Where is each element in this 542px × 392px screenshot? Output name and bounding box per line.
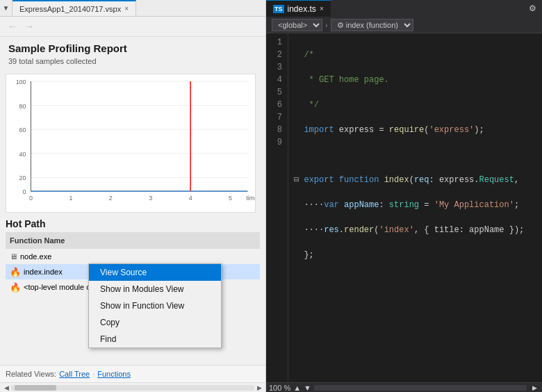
zoom-down-btn[interactable]: ▼ (304, 384, 311, 392)
zoom-label: 100 % (269, 384, 290, 392)
row-label-node: node.exe (20, 252, 51, 261)
svg-text:80: 80 (19, 103, 26, 110)
svg-text:3: 3 (149, 195, 152, 202)
row-label-index: index.index (24, 268, 63, 276)
left-bottom-scroll: ◀ ▶ (0, 382, 265, 392)
code-editor: 1 2 3 4 5 6 7 8 9 /* * GET home page. */… (266, 33, 542, 382)
forward-button[interactable]: → (22, 19, 36, 33)
context-menu-item-view-source[interactable]: View Source (89, 264, 221, 281)
breadcrumb-bar: <global> › ⚙ index (function) (266, 17, 542, 33)
svg-text:20: 20 (19, 174, 26, 181)
column-header-function-name: Function Name (10, 236, 65, 245)
report-title: Sample Profiling Report (0, 37, 265, 56)
left-tab-vspx[interactable]: ExpressApp1_20140717.vspx × (13, 0, 136, 16)
zoom-up-btn[interactable]: ▲ (293, 384, 301, 392)
left-tab-label: ExpressApp1_20140717.vspx (19, 5, 121, 13)
related-views-sep: · (92, 370, 95, 378)
right-tab-bar: TS index.ts × ⚙ (266, 0, 542, 17)
svg-text:0: 0 (23, 188, 26, 195)
flame-icon: 🔥 (10, 282, 21, 293)
chart-container: 100 80 60 40 20 0 0 1 2 3 4 5 time (6, 74, 256, 213)
line-numbers: 1 2 3 4 5 6 7 8 9 (266, 33, 288, 382)
back-button[interactable]: ← (6, 19, 19, 33)
scroll-thumb[interactable] (15, 385, 56, 391)
hot-path-title: Hot Path (6, 218, 260, 229)
left-tab-close[interactable]: × (124, 5, 129, 13)
tab-dropdown[interactable]: ▼ (0, 0, 13, 16)
breadcrumb-sep: › (325, 21, 328, 29)
flame-icon: 🔥 (10, 267, 21, 277)
svg-text:5: 5 (229, 195, 232, 202)
table-row[interactable]: 🖥 node.exe (6, 249, 260, 264)
right-tab-index[interactable]: TS index.ts × (266, 0, 331, 17)
related-views: Related Views: Call Tree · Functions (0, 365, 265, 382)
svg-text:40: 40 (19, 151, 26, 158)
svg-text:60: 60 (19, 126, 26, 133)
scroll-right-btn[interactable]: ▶ (529, 383, 539, 393)
nav-bar: ← → (0, 17, 265, 37)
svg-text:0: 0 (29, 195, 33, 202)
scroll-left-btn[interactable]: ◀ (1, 383, 11, 393)
right-tab-close[interactable]: × (320, 5, 324, 13)
svg-text:100: 100 (16, 79, 26, 85)
related-views-label: Related Views: (6, 370, 56, 378)
svg-text:4: 4 (189, 195, 192, 202)
svg-text:time: time (246, 195, 255, 202)
table-header: Function Name (6, 232, 260, 249)
function-dropdown[interactable]: ⚙ index (function) (331, 19, 413, 31)
global-dropdown[interactable]: <global> (272, 19, 322, 31)
report-subtitle: 39 total samples collected (0, 56, 265, 71)
context-menu-item-function[interactable]: Show in Function View (89, 297, 221, 314)
settings-button[interactable]: ⚙ (523, 0, 542, 17)
context-menu-item-find[interactable]: Find (89, 331, 221, 348)
context-menu-item-modules[interactable]: Show in Modules View (89, 281, 221, 297)
call-tree-link[interactable]: Call Tree (59, 370, 90, 378)
right-tab-label: index.ts (288, 4, 316, 14)
scroll-track[interactable] (11, 385, 254, 391)
ts-icon: TS (273, 5, 284, 13)
chart-area: 100 80 60 40 20 0 0 1 2 3 4 5 time (0, 71, 265, 213)
right-scrollbar[interactable] (534, 33, 542, 382)
right-bottom-bar: 100 % ▲ ▼ ▶ (266, 382, 542, 392)
bottom-scroll-bar[interactable] (314, 385, 527, 391)
exe-icon: 🖥 (10, 252, 17, 261)
svg-text:1: 1 (69, 195, 72, 202)
context-menu-item-copy[interactable]: Copy (89, 314, 221, 331)
code-content[interactable]: /* * GET home page. */ import express = … (288, 33, 534, 382)
svg-text:2: 2 (109, 195, 113, 202)
functions-link[interactable]: Functions (97, 370, 131, 378)
context-menu: View Source Show in Modules View Show in… (88, 263, 222, 348)
scroll-right-btn[interactable]: ▶ (254, 383, 264, 393)
